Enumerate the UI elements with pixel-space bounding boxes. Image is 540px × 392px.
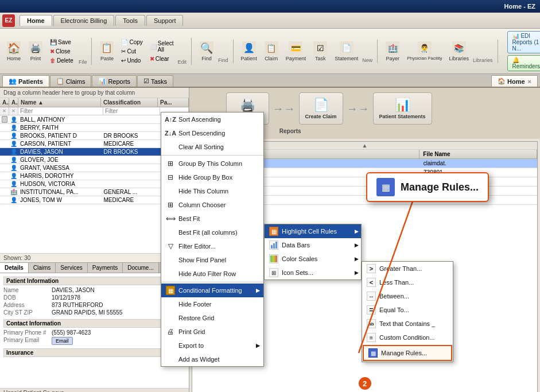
col-header-page[interactable]: Pa... [158,98,189,107]
sm-less-than[interactable]: < Less Than... [362,275,453,289]
filter-class-input[interactable] [103,107,160,115]
info-row-name: Name DAVIES, JASON [3,287,185,293]
print-button[interactable]: 🖨️ Print [25,40,46,63]
cm-col-chooser-label: Column Chooser [178,201,226,208]
icon-sets-arrow: ▶ [355,270,359,275]
find-button[interactable]: 🔍 Find [196,40,217,63]
sm-greater-than[interactable]: > Greater Than... [362,262,453,275]
home-button[interactable]: 🏠 Home [3,40,24,63]
nav-tab-reports[interactable]: 📊 Reports [92,75,137,87]
sm-equal-to[interactable]: = Equal To... [362,303,453,317]
tab-details[interactable]: Details [0,263,29,273]
physician-button[interactable]: 👨‍⚕️ Physician Facility [404,40,445,63]
mr-grid-icon: ▦ [382,182,390,193]
menu-tab-home[interactable]: Home [20,15,52,26]
cm-hide-footer[interactable]: Hide Footer [161,297,263,311]
sm-icon-sets[interactable]: ⊞ Icon Sets... ▶ [265,266,361,280]
task-button[interactable]: ☑ Task [310,40,331,63]
delete-button[interactable]: 🗑Delete [47,56,76,65]
email-button[interactable]: Email [52,337,73,345]
edi-reports-button[interactable]: 📊 EDI Reports (1 N... [507,31,540,53]
tab-payments[interactable]: Payments [88,263,123,273]
cm-sort-ascending[interactable]: A↑Z Sort Ascending [161,112,263,126]
print-label: Print [30,56,41,61]
reminders-button[interactable]: 🔔 Reminders [507,55,540,71]
sm-manage-rules[interactable]: ▦ Manage Rules... [363,345,452,361]
create-claim-button[interactable]: 📄 Create Claim [299,92,343,125]
color-scales-icon [269,254,278,263]
statement-button[interactable]: 📄 Statement [332,40,361,63]
sm-custom-condition[interactable]: ≡ Custom Condition... [362,331,453,344]
nav-tab-tasks[interactable]: ☑ Tasks [137,75,173,87]
title-bar-text: Home - EZ [504,3,535,10]
menu-tab-billing[interactable]: Electronic Billing [53,15,115,26]
info-row-phone: Primary Phone # (555) 987-4623 [3,329,185,336]
arrow2-icon: →→ [347,102,370,115]
cut-button[interactable]: ✂Cut [118,47,145,56]
cm-hide-auto[interactable]: Hide Auto Filter Row [161,267,263,281]
sm-between-label: Between... [379,293,409,300]
cm-best-fit-all[interactable]: Best Fit (all columns) [161,226,263,239]
cm-hide-group[interactable]: ⊟ Hide Group By Box [161,170,263,184]
libraries-button[interactable]: 📚 Libraries [446,40,472,63]
menu-tab-support[interactable]: Support [146,15,184,26]
cm-filter-editor[interactable]: ▽ Filter Editor... [161,239,263,253]
filter-class-cell[interactable] [103,107,160,115]
select-all-button[interactable]: ⬜Select All [147,39,177,54]
clear-button[interactable]: ✖Clear [147,55,177,63]
patient-statements-button[interactable]: 📊 Patient Statements [373,92,432,125]
cm-hide-col[interactable]: Hide This Column [161,184,263,198]
cm-cond-format[interactable]: ▦ Conditional Formatting ▶ [161,284,263,297]
cm-clear-sort[interactable]: Clear All Sorting [161,140,263,154]
filter-name-cell[interactable] [18,107,103,115]
payer-button[interactable]: 🏥 Payer [382,40,403,63]
payment-button[interactable]: 💳 Payment [283,40,309,63]
cm-best-fit[interactable]: ⟺ Best Fit [161,212,263,226]
col-header-name[interactable]: Name ▲ [18,98,101,107]
cm-print-grid[interactable]: 🖨 Print Grid [161,325,263,339]
cm-col-chooser[interactable]: ⊞ Column Chooser [161,198,263,212]
cm-export-to[interactable]: Export to ▶ [161,339,263,352]
paste-button[interactable]: 📋 Paste [96,40,117,63]
sm-between[interactable]: ↔ Between... [362,289,453,303]
cm-sort-descending[interactable]: Z↓A Sort Descending [161,126,263,140]
tab-documents[interactable]: Docume... [123,263,159,273]
nav-tab-home[interactable]: 🏠 Home × [491,75,538,87]
cm-restore-grid[interactable]: Restore Grid [161,311,263,325]
close-button[interactable]: ✖Close [47,47,76,56]
row-icon1 [0,176,9,177]
toolbar-group-libraries: 🏥 Payer 👨‍⚕️ Physician Facility 📚 Librar… [382,40,498,63]
col-header-classification[interactable]: Classification [101,98,158,107]
patient-statements-icon: 📊 [379,98,426,112]
menu-tab-tools[interactable]: Tools [115,15,145,26]
filter-name-input[interactable] [18,107,103,115]
cm-add-widget[interactable]: Add as Widget [161,352,263,366]
row-class: MEDICARE [102,196,159,204]
cm-group-by[interactable]: ⊞ Group By This Column [161,157,263,170]
manage-rules-popup[interactable]: ▦ Manage Rules... [366,172,489,202]
cm-group-by-label: Group By This Column [178,160,242,167]
physician-label: Physician Facility [407,56,442,61]
col-header-icon2[interactable]: A... [9,98,18,107]
cm-show-find[interactable]: Show Find Panel [161,253,263,267]
home-nav-close[interactable]: × [528,78,531,85]
nav-tab-claims[interactable]: 📋 Claims [50,75,92,87]
save-button[interactable]: 💾Save [47,38,76,46]
sm-text-contains[interactable]: ab Text that Contains _ [362,317,453,331]
undo-label: Undo [127,57,141,64]
tab-claims[interactable]: Claims [29,263,56,273]
sm-data-bars[interactable]: Data Bars ▶ [265,238,361,252]
col-header-icon1[interactable]: A... [0,98,9,107]
sm-highlight-cell-rules[interactable]: ▦ Highlight Cell Rules ▶ [265,224,361,238]
copy-button[interactable]: 📄Copy [118,38,145,46]
person-icon: 👤 [10,165,17,171]
tab-services[interactable]: Services [56,263,87,273]
claims-col-file[interactable]: File Name [419,150,537,158]
custom-condition-icon: ≡ [367,333,376,342]
undo-button[interactable]: ↩Undo [118,56,145,65]
nav-tab-patients[interactable]: 👥 Patients [2,75,49,87]
claim-button[interactable]: 📋 Claim [261,40,282,63]
row-class: DR BROOKS [102,148,159,156]
patient-button[interactable]: 👤 Patient [238,40,260,63]
sm-color-scales[interactable]: Color Scales ▶ [265,252,361,266]
